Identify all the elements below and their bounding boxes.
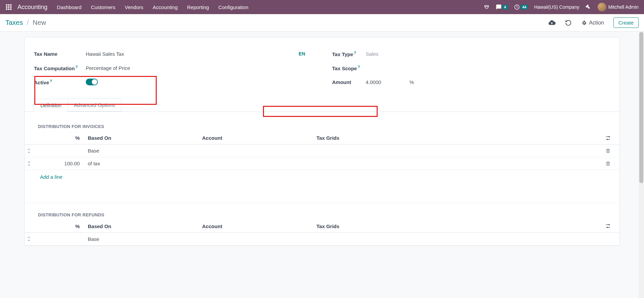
table-refunds: % Based On Account Tax Grids (25, 220, 619, 246)
svg-rect-5 (10, 6, 11, 8)
input-tax-type[interactable]: Sales (366, 51, 379, 57)
field-amount: Amount 4.0000 % (332, 75, 610, 89)
input-tax-name[interactable]: Hawaii Sales Tax (86, 51, 124, 57)
tab-advanced[interactable]: Advanced Options (68, 98, 122, 112)
toggle-active[interactable] (86, 79, 98, 85)
help-icon[interactable]: ? (75, 65, 78, 69)
phone-icon[interactable] (484, 4, 490, 10)
cell-based[interactable]: Base (85, 144, 199, 157)
breadcrumb-sep: / (27, 19, 29, 26)
table-row[interactable]: 100.00 of tax (25, 157, 619, 170)
svg-point-12 (609, 136, 610, 137)
apps-icon[interactable] (5, 4, 12, 10)
label-tax-scope: Tax Scope? (332, 65, 366, 71)
scrollbar[interactable]: ▴ (639, 32, 644, 298)
svg-rect-1 (8, 4, 9, 6)
breadcrumb-root[interactable]: Taxes (5, 19, 23, 26)
table-row[interactable]: Base (25, 144, 619, 157)
svg-point-14 (609, 224, 610, 225)
user-menu[interactable]: Mitchell Admin (598, 3, 639, 11)
cell-account[interactable] (199, 232, 314, 245)
cell-account[interactable] (199, 144, 314, 157)
tools-icon[interactable] (585, 4, 592, 10)
cell-based[interactable]: Base (85, 232, 199, 245)
help-icon[interactable]: ? (357, 65, 360, 69)
nav-dashboard[interactable]: Dashboard (57, 4, 81, 10)
cell-account[interactable] (199, 157, 314, 170)
cell-pct[interactable] (38, 232, 85, 245)
create-button[interactable]: Create (613, 17, 639, 28)
cell-pct[interactable]: 100.00 (38, 157, 85, 170)
col-based: Based On (85, 220, 199, 233)
tab-panel-definition: DISTRIBUTION FOR INVOICES % Based On Acc… (25, 112, 619, 246)
delete-icon[interactable] (603, 157, 619, 170)
field-tax-scope: Tax Scope? (332, 61, 610, 75)
cell-based[interactable]: of tax (85, 157, 199, 170)
discard-icon[interactable] (565, 19, 572, 26)
col-based: Based On (85, 132, 199, 144)
col-grids: Tax Grids (314, 132, 603, 144)
content: Tax Name Hawaii Sales Tax EN Tax Computa… (0, 32, 644, 298)
input-tax-computation[interactable]: Percentage of Price (86, 65, 130, 71)
label-tax-computation: Tax Computation? (34, 65, 86, 71)
nav-customers[interactable]: Customers (91, 4, 115, 10)
col-options[interactable] (603, 220, 619, 233)
col-options[interactable] (603, 132, 619, 144)
svg-rect-7 (8, 8, 9, 10)
label-tax-type: Tax Type? (332, 51, 366, 57)
toolbar: Taxes / New Action Create (0, 14, 644, 32)
field-tax-name: Tax Name Hawaii Sales Tax EN (34, 47, 312, 61)
svg-rect-2 (10, 4, 11, 6)
field-tax-type: Tax Type? Sales (332, 47, 610, 61)
nav-configuration[interactable]: Configuration (218, 4, 248, 10)
app-name[interactable]: Accounting (17, 4, 47, 11)
action-label: Action (589, 20, 604, 26)
drag-handle-icon[interactable] (25, 144, 38, 157)
section-invoices: DISTRIBUTION FOR INVOICES (25, 121, 619, 132)
add-line-row: Add a line (25, 170, 619, 184)
svg-point-15 (607, 227, 608, 228)
drag-handle-icon[interactable] (25, 157, 38, 170)
cell-grids[interactable] (314, 232, 603, 245)
add-line[interactable]: Add a line (25, 170, 619, 184)
lang-badge[interactable]: EN (299, 51, 312, 56)
nav-vendors[interactable]: Vendors (125, 4, 143, 10)
breadcrumb-current: New (33, 19, 46, 26)
label-tax-name: Tax Name (34, 51, 86, 57)
svg-rect-6 (6, 8, 7, 10)
company-selector[interactable]: Hawaii(US) Company (534, 4, 579, 10)
cell-grids[interactable] (314, 157, 603, 170)
delete-icon[interactable] (603, 144, 619, 157)
scroll-thumb[interactable] (639, 32, 643, 183)
col-percent: % (38, 220, 85, 233)
activity-icon[interactable]: 44 (514, 4, 528, 10)
chat-icon[interactable]: 4 (496, 4, 508, 10)
col-grids: Tax Grids (314, 220, 603, 233)
activity-badge: 44 (521, 5, 528, 9)
table-invoices: % Based On Account Tax Grids (25, 132, 619, 203)
save-cloud-icon[interactable] (548, 19, 556, 27)
action-menu[interactable]: Action (581, 20, 604, 26)
col-account: Account (199, 132, 314, 144)
cell-grids[interactable] (314, 144, 603, 157)
nav-accounting[interactable]: Accounting (153, 4, 178, 10)
delete-icon[interactable] (603, 232, 619, 245)
input-amount[interactable]: 4.0000 (366, 79, 410, 85)
help-icon[interactable]: ? (354, 51, 356, 55)
avatar (598, 3, 606, 11)
form-card: Tax Name Hawaii Sales Tax EN Tax Computa… (24, 37, 620, 246)
navbar: Accounting Dashboard Customers Vendors A… (0, 0, 644, 14)
cell-pct[interactable] (38, 144, 85, 157)
svg-rect-0 (6, 4, 7, 6)
field-active: Active? (34, 75, 312, 89)
tab-definition[interactable]: Definition (34, 99, 68, 112)
nav-menu: Dashboard Customers Vendors Accounting R… (57, 4, 248, 10)
drag-handle-icon[interactable] (25, 232, 38, 245)
nav-reporting[interactable]: Reporting (187, 4, 209, 10)
col-percent: % (38, 132, 85, 144)
table-row[interactable]: Base (25, 232, 619, 245)
tabs: Definition Advanced Options (34, 98, 610, 112)
breadcrumb: Taxes / New (5, 19, 46, 27)
help-icon[interactable]: ? (50, 79, 52, 83)
section-refunds: DISTRIBUTION FOR REFUNDS (25, 210, 619, 220)
